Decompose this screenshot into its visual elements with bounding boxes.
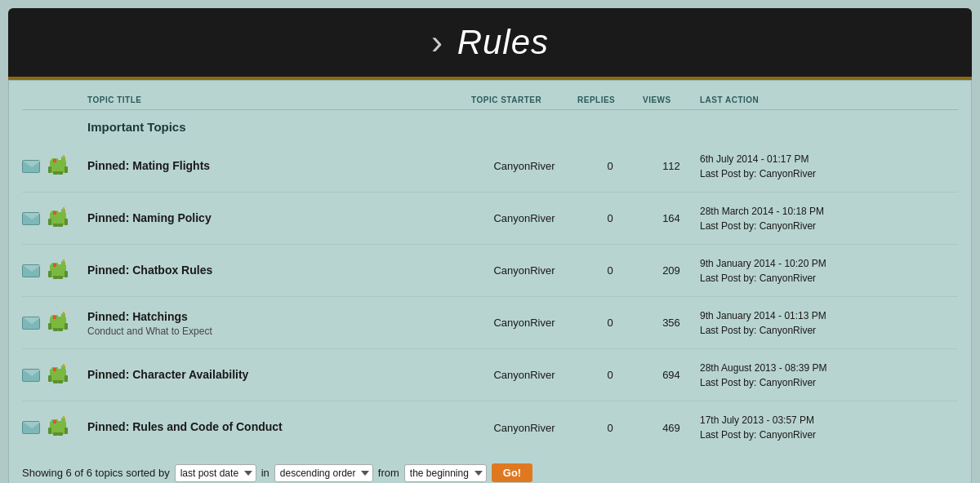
envelope-icon — [22, 317, 40, 330]
topic-starter: CanyonRiver — [471, 422, 577, 434]
row-icons — [22, 256, 87, 286]
page-header: › Rules — [8, 8, 972, 80]
svg-rect-56 — [48, 428, 51, 434]
topic-views: 164 — [643, 212, 700, 224]
svg-rect-8 — [53, 171, 58, 175]
svg-rect-17 — [65, 219, 68, 225]
table-row: Pinned: Chatbox Rules CanyonRiver 0 209 … — [22, 245, 958, 297]
last-action-by: Last Post by: CanyonRiver — [700, 271, 863, 286]
topic-title-link[interactable]: Pinned: Rules and Code of Conduct — [87, 420, 283, 433]
svg-rect-38 — [53, 328, 58, 331]
topic-replies: 0 — [577, 212, 643, 224]
svg-rect-43 — [63, 364, 65, 367]
topic-replies: 0 — [577, 317, 643, 329]
topic-title-link[interactable]: Pinned: Hatchings — [87, 310, 188, 323]
svg-rect-39 — [58, 328, 63, 331]
from-text: from — [378, 467, 399, 479]
sort-select[interactable]: last post date topic title start date re… — [175, 464, 256, 482]
from-select[interactable]: the beginning last day last week last mo… — [404, 464, 487, 482]
topic-title-link[interactable]: Pinned: Naming Policy — [87, 211, 212, 224]
svg-point-15 — [54, 212, 56, 214]
topic-replies: 0 — [577, 160, 643, 172]
last-action-date: 17th July 2013 - 03:57 PM — [700, 413, 863, 428]
svg-point-45 — [54, 369, 56, 370]
svg-rect-28 — [53, 276, 58, 279]
col-topic-starter: TOPIC STARTER — [471, 95, 577, 104]
showing-text: Showing 6 of 6 topics sorted by — [22, 467, 170, 479]
topic-starter: CanyonRiver — [471, 317, 577, 329]
svg-rect-48 — [53, 380, 58, 383]
topic-last-action: 17th July 2013 - 03:57 PM Last Post by: … — [700, 413, 863, 442]
topic-last-action: 28th March 2014 - 10:18 PM Last Post by:… — [700, 204, 863, 233]
dragon-avatar — [43, 361, 73, 390]
last-action-date: 9th January 2014 - 01:13 PM — [700, 308, 863, 323]
dragon-avatar — [43, 152, 73, 181]
table-row: Pinned: Hatchings Conduct and What to Ex… — [22, 297, 958, 349]
last-action-date: 6th July 2014 - 01:17 PM — [700, 152, 863, 166]
topic-title-link[interactable]: Pinned: Chatbox Rules — [87, 264, 212, 277]
topic-title-cell: Pinned: Rules and Code of Conduct — [87, 419, 471, 436]
topic-title-link[interactable]: Pinned: Mating Flights — [87, 159, 210, 172]
row-icons — [22, 361, 87, 390]
section-label: Important Topics — [22, 113, 958, 140]
last-action-by: Last Post by: CanyonRiver — [700, 219, 863, 233]
topic-views: 469 — [643, 422, 700, 434]
table-row: Pinned: Naming Policy CanyonRiver 0 164 … — [22, 193, 958, 245]
table-row: Pinned: Mating Flights CanyonRiver 0 112… — [22, 140, 958, 193]
topic-last-action: 6th July 2014 - 01:17 PM Last Post by: C… — [700, 152, 863, 181]
table-row: Pinned: Character Availability CanyonRiv… — [22, 349, 958, 401]
footer-bar: Showing 6 of 6 topics sorted by last pos… — [22, 454, 958, 483]
svg-rect-3 — [63, 155, 65, 158]
svg-rect-46 — [48, 375, 51, 382]
content-area: TOPIC TITLE TOPIC STARTER REPLIES VIEWS … — [8, 80, 972, 483]
col-last-action: LAST ACTION — [700, 95, 863, 104]
table-row: Pinned: Rules and Code of Conduct Canyon… — [22, 401, 958, 454]
svg-rect-59 — [58, 432, 63, 436]
svg-rect-47 — [65, 375, 68, 382]
in-text: in — [261, 467, 270, 479]
svg-rect-58 — [53, 432, 58, 436]
table-headers: TOPIC TITLE TOPIC STARTER REPLIES VIEWS … — [22, 91, 958, 110]
svg-rect-37 — [65, 323, 68, 330]
last-action-date: 28th August 2013 - 08:39 PM — [700, 361, 863, 375]
last-action-by: Last Post by: CanyonRiver — [700, 375, 863, 390]
svg-point-35 — [54, 317, 56, 318]
topic-views: 356 — [643, 317, 700, 329]
order-select[interactable]: descending order ascending order — [274, 464, 373, 482]
svg-point-5 — [54, 160, 56, 162]
topic-list: Pinned: Mating Flights CanyonRiver 0 112… — [22, 140, 958, 454]
dragon-avatar — [43, 256, 73, 286]
topic-starter: CanyonRiver — [471, 264, 577, 277]
topic-replies: 0 — [577, 369, 643, 381]
topic-replies: 0 — [577, 422, 643, 434]
svg-rect-16 — [48, 219, 51, 225]
svg-rect-9 — [58, 171, 63, 175]
envelope-icon — [22, 421, 40, 434]
row-icons — [22, 413, 87, 442]
row-icons — [22, 308, 87, 338]
topic-title-cell: Pinned: Chatbox Rules — [87, 263, 471, 279]
svg-rect-27 — [65, 271, 68, 277]
topic-starter: CanyonRiver — [471, 369, 577, 381]
dragon-avatar — [43, 413, 73, 442]
topic-title-cell: Pinned: Hatchings Conduct and What to Ex… — [87, 309, 471, 337]
topic-replies: 0 — [577, 264, 643, 277]
title-text: Rules — [457, 23, 549, 61]
svg-rect-26 — [48, 271, 51, 277]
last-action-by: Last Post by: CanyonRiver — [700, 428, 863, 442]
col-icon — [22, 95, 87, 104]
svg-point-55 — [54, 421, 56, 423]
topic-subtitle: Conduct and What to Expect — [87, 326, 463, 337]
last-action-by: Last Post by: CanyonRiver — [700, 166, 863, 181]
topic-last-action: 9th January 2014 - 01:13 PM Last Post by… — [700, 308, 863, 338]
topic-views: 209 — [643, 264, 700, 277]
svg-rect-7 — [65, 166, 68, 173]
svg-rect-23 — [63, 259, 65, 263]
topic-title-cell: Pinned: Character Availability — [87, 367, 471, 383]
last-action-by: Last Post by: CanyonRiver — [700, 323, 863, 338]
svg-rect-18 — [53, 224, 58, 227]
envelope-icon — [22, 212, 40, 225]
go-button[interactable]: Go! — [492, 463, 532, 482]
topic-title-link[interactable]: Pinned: Character Availability — [87, 368, 248, 381]
svg-rect-19 — [58, 224, 63, 227]
